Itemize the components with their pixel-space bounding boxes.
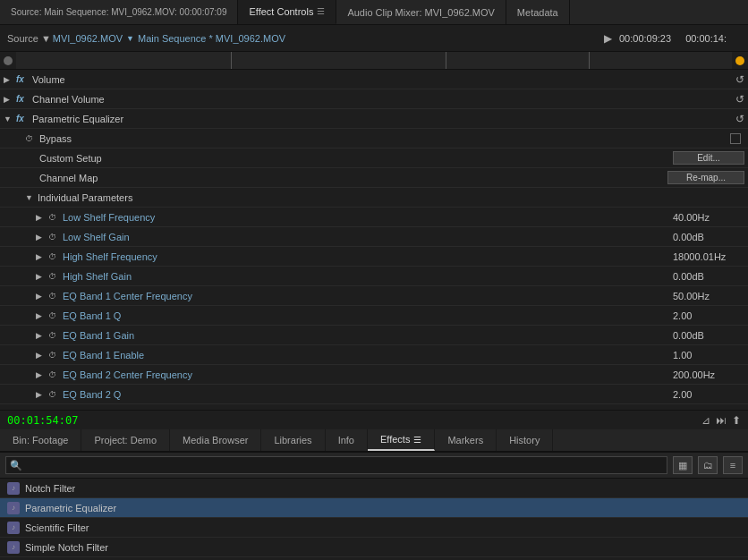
remap-button[interactable]: Re-map... (667, 171, 744, 184)
eq-band1-enable-value: 1.00 (673, 350, 744, 361)
low-shelf-freq-expand-arrow: ▶ (36, 213, 47, 222)
filter-icon[interactable]: ⊿ (701, 414, 710, 427)
tab-history[interactable]: History (497, 429, 553, 451)
new-bin-button[interactable]: ▦ (673, 456, 693, 474)
effect-controls-panel: ▶ fx Volume ↺ ▶ fx Channel Volume ↺ ▼ fx… (0, 70, 748, 410)
status-icons: ⊿ ⏭ ⬆ (701, 414, 741, 427)
source-name[interactable]: MVI_0962.MOV (53, 33, 123, 44)
tab-markers-label: Markers (447, 435, 483, 445)
source-header: Source ▼ MVI_0962.MOV ▼ Main Sequence * … (0, 25, 748, 52)
low-shelf-freq-value: 40.00Hz (673, 212, 744, 223)
tab-metadata-label: Metadata (517, 7, 558, 18)
tab-media-browser[interactable]: Media Browser (170, 429, 261, 451)
low-shelf-gain-label: Low Shelf Gain (63, 232, 673, 242)
scientific-filter-icon: ♪ (7, 522, 20, 534)
top-tab-bar: Source: Main Sequence: MVI_0962.MOV: 00:… (0, 0, 748, 25)
eq-band2-q-stopwatch: ⏱ (48, 390, 59, 399)
eq-band2-gain-label: EQ Band 2 Gain (63, 409, 673, 411)
parametric-eq-fx-badge: fx (16, 114, 29, 123)
eq-band2-gain-row[interactable]: ▶ ⏱ EQ Band 2 Gain 0.00dB (0, 404, 748, 410)
eq-band2-center-freq-value: 200.00Hz (673, 369, 744, 380)
eq-band1-gain-expand: ▶ (36, 331, 47, 340)
tab-bin-footage[interactable]: Bin: Footage (0, 429, 81, 451)
high-shelf-freq-value: 18000.01Hz (673, 251, 744, 262)
tab-effect-controls-label: Effect Controls (249, 6, 313, 17)
eq-band2-gain-stopwatch: ⏱ (48, 410, 59, 411)
tab-metadata[interactable]: Metadata (506, 0, 570, 24)
effects-list: ♪ Notch Filter ♪ Parametric Equalizer ♪ … (0, 479, 748, 560)
effect-item-scientific-filter[interactable]: ♪ Scientific Filter (0, 518, 748, 538)
tab-libraries-label: Libraries (274, 435, 311, 445)
list-view-button[interactable]: ≡ (723, 456, 743, 474)
volume-reset[interactable]: ↺ (727, 73, 744, 86)
low-shelf-freq-row[interactable]: ▶ ⏱ Low Shelf Frequency 40.00Hz (0, 208, 748, 227)
ruler-mark-1 (231, 52, 232, 69)
tab-project-demo-label: Project: Demo (94, 435, 157, 445)
low-shelf-gain-row[interactable]: ▶ ⏱ Low Shelf Gain 0.00dB (0, 227, 748, 247)
tab-libraries[interactable]: Libraries (261, 429, 325, 451)
parametric-eq-reset[interactable]: ↺ (727, 113, 744, 125)
tab-project-demo[interactable]: Project: Demo (81, 429, 170, 451)
tab-info[interactable]: Info (326, 429, 368, 451)
effect-item-simple-notch-filter[interactable]: ♪ Simple Notch Filter (0, 538, 748, 557)
bypass-stopwatch-icon: ⏱ (25, 134, 36, 143)
custom-setup-label: Custom Setup (25, 153, 673, 164)
channel-volume-label: Channel Volume (32, 94, 727, 105)
timecode-1: 00:00:09:23 (619, 33, 671, 44)
eq-band1-center-freq-label: EQ Band 1 Center Frequency (63, 291, 673, 301)
eq-band2-gain-expand: ▶ (36, 410, 47, 411)
effect-item-parametric-equalizer[interactable]: ♪ Parametric Equalizer (0, 498, 748, 518)
eq-band2-q-value: 2.00 (673, 389, 744, 400)
eq-band1-q-row[interactable]: ▶ ⏱ EQ Band 1 Q 2.00 (0, 306, 748, 326)
channel-map-row[interactable]: Channel Map Re-map... (0, 168, 748, 188)
eq-band2-q-row[interactable]: ▶ ⏱ EQ Band 2 Q 2.00 (0, 385, 748, 404)
tab-audio-clip-mixer[interactable]: Audio Clip Mixer: MVI_0962.MOV (336, 0, 506, 24)
eq-band2-center-freq-row[interactable]: ▶ ⏱ EQ Band 2 Center Frequency 200.00Hz (0, 365, 748, 385)
timecode-display: 00:01:54:07 (7, 414, 78, 427)
custom-setup-row[interactable]: Custom Setup Edit... (0, 148, 748, 168)
eq-band1-gain-value: 0.00dB (673, 330, 744, 341)
source-dropdown-arrow[interactable]: ▼ (126, 34, 134, 43)
effect-item-notch-filter[interactable]: ♪ Notch Filter (0, 479, 748, 498)
effects-search-input[interactable] (22, 460, 663, 471)
high-shelf-gain-row[interactable]: ▶ ⏱ High Shelf Gain 0.00dB (0, 267, 748, 286)
parametric-eq-row[interactable]: ▼ fx Parametric Equalizer ↺ (0, 109, 748, 129)
low-shelf-gain-stopwatch: ⏱ (48, 233, 59, 242)
ruler-bar[interactable] (16, 52, 732, 69)
channel-volume-row[interactable]: ▶ fx Channel Volume ↺ (0, 89, 748, 109)
eq-band1-center-freq-value: 50.00Hz (673, 291, 744, 301)
tab-source[interactable]: Source: Main Sequence: MVI_0962.MOV: 00:… (0, 0, 238, 24)
edit-button[interactable]: Edit... (673, 151, 744, 165)
bypass-row[interactable]: ⏱ Bypass (0, 129, 748, 148)
scientific-filter-label: Scientific Filter (25, 522, 89, 533)
tab-effects-label: Effects (380, 434, 410, 445)
individual-params-row[interactable]: ▼ Individual Parameters (0, 188, 748, 208)
effects-search-bar: 🔍 ▦ 🗂 ≡ (0, 453, 748, 479)
tab-markers[interactable]: Markers (435, 429, 497, 451)
skip-to-end-icon[interactable]: ⏭ (716, 414, 727, 427)
tab-effects[interactable]: Effects ☰ (368, 429, 435, 451)
high-shelf-freq-row[interactable]: ▶ ⏱ High Shelf Frequency 18000.01Hz (0, 247, 748, 267)
bypass-checkbox[interactable] (730, 133, 741, 144)
new-folder-button[interactable]: 🗂 (698, 456, 718, 474)
high-shelf-gain-value: 0.00dB (673, 271, 744, 282)
volume-fx-badge: fx (16, 74, 29, 84)
channel-volume-expand-arrow: ▶ (4, 95, 14, 104)
export-icon[interactable]: ⬆ (732, 414, 741, 427)
eq-band2-q-expand: ▶ (36, 390, 47, 399)
eq-band1-gain-row[interactable]: ▶ ⏱ EQ Band 1 Gain 0.00dB (0, 326, 748, 345)
list-view-icon: ≡ (730, 460, 735, 471)
sequence-name[interactable]: Main Sequence * MVI_0962.MOV (138, 33, 285, 44)
notch-filter-icon: ♪ (7, 482, 20, 495)
tab-effect-controls[interactable]: Effect Controls ☰ (238, 0, 336, 24)
eq-band2-center-freq-stopwatch: ⏱ (48, 370, 59, 379)
search-input-wrap[interactable]: 🔍 (5, 456, 667, 474)
volume-row[interactable]: ▶ fx Volume ↺ (0, 70, 748, 89)
channel-volume-reset[interactable]: ↺ (727, 93, 744, 106)
play-button[interactable]: ▶ (604, 32, 612, 45)
eq-band1-enable-row[interactable]: ▶ ⏱ EQ Band 1 Enable 1.00 (0, 345, 748, 365)
timecode-2: 00:00:14: (685, 33, 727, 44)
parametric-eq-label: Parametric Equalizer (32, 114, 727, 124)
eq-band1-center-freq-row[interactable]: ▶ ⏱ EQ Band 1 Center Frequency 50.00Hz (0, 286, 748, 306)
high-shelf-freq-label: High Shelf Frequency (63, 251, 673, 262)
